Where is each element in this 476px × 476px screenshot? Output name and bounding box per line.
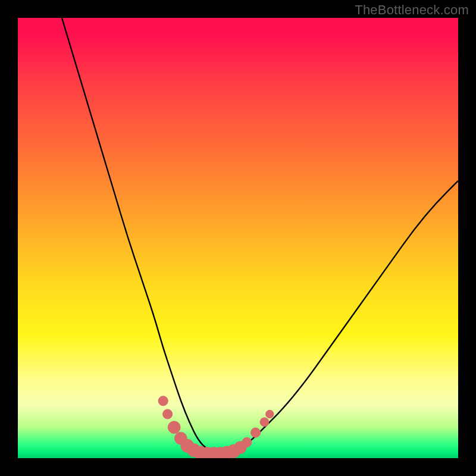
curve-marker (266, 410, 274, 418)
chart-canvas: TheBottleneck.com (0, 0, 476, 476)
curve-marker (163, 409, 173, 419)
curve-marker (168, 421, 180, 434)
curve-marker (242, 437, 252, 447)
curve-marker (260, 418, 269, 427)
bottleneck-curve (62, 18, 458, 454)
curve-layer (18, 18, 458, 458)
plot-area (18, 18, 458, 458)
marker-group (158, 396, 274, 458)
curve-marker (251, 428, 261, 437)
watermark-text: TheBottleneck.com (355, 2, 469, 18)
curve-marker (158, 396, 168, 406)
